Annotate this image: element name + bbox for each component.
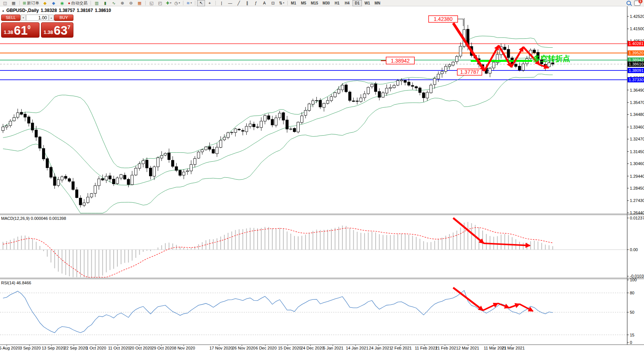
ask-price-big: 63: [54, 25, 67, 36]
arrows-icon: ⇅: [279, 1, 282, 5]
indicator-window-button[interactable]: ◱: [148, 0, 155, 6]
fibonacci-button[interactable]: ƒ: [252, 0, 260, 6]
date-label: 1 Oct 2020: [86, 346, 106, 350]
ask-price-box[interactable]: 1.38 63 7: [41, 22, 73, 38]
arrows-button[interactable]: ⇅▾: [278, 0, 285, 6]
bollinger-bands: [3, 36, 553, 213]
cn-annotation-text[interactable]: 多空转折点: [533, 54, 570, 63]
candlestick-chart-button[interactable]: ▮: [101, 0, 109, 6]
date-label: 24 Dec 2020: [301, 346, 324, 350]
date-label: 25 Aug 2020: [0, 346, 20, 350]
zoom-in-icon: ⊕: [121, 1, 124, 5]
line-chart-button[interactable]: ∿: [110, 0, 118, 6]
buy-button[interactable]: BUY: [54, 15, 73, 21]
bid-price-box[interactable]: 1.38 61 0: [1, 22, 40, 38]
new-chart-button[interactable]: ◫: [1, 0, 9, 6]
horizontal-line-button[interactable]: —: [226, 0, 234, 6]
timeframe-button-M15[interactable]: M15: [309, 0, 320, 6]
trend-line-button[interactable]: ╱: [235, 0, 243, 6]
auto-trading-button[interactable]: ●自动交易: [67, 0, 89, 6]
timeframe-button-MN[interactable]: MN: [373, 0, 382, 6]
search-icon[interactable]: [626, 1, 631, 5]
timeframe-button-H1[interactable]: H1: [332, 0, 342, 6]
timeframe-button-M30[interactable]: M30: [321, 0, 331, 6]
text-icon: A: [263, 1, 266, 5]
indicators-list-button[interactable]: ≋▾: [185, 0, 193, 6]
rsi-label: RSI(14) 46.8466: [1, 281, 31, 285]
history-center-icon: ◆: [43, 1, 46, 5]
rsi-tick-label: 80: [630, 291, 634, 295]
timeframe-button-M1[interactable]: M1: [289, 0, 298, 6]
add-indicator-button[interactable]: ✚▾: [165, 0, 173, 6]
timeframe-button-H4[interactable]: H4: [342, 0, 352, 6]
date-label: 13 Sep 2020: [42, 346, 65, 350]
trend-line-icon: ╱: [237, 1, 240, 5]
zoom-out-button[interactable]: ⊖: [127, 0, 135, 6]
auto-trading-icon: ●: [68, 1, 70, 5]
new-order-button[interactable]: ⊞新订单: [22, 0, 40, 6]
tile-windows-button[interactable]: ▦: [136, 0, 143, 6]
line-chart-icon: ∿: [112, 1, 116, 5]
date-label: 3 Sep 2020: [20, 346, 41, 350]
date-label: 11 Oct 2020: [108, 346, 130, 350]
support-price-label-text: 1.38942: [391, 58, 410, 64]
text-button[interactable]: A: [261, 0, 268, 6]
toolbar-separator: [19, 1, 20, 5]
bar-chart-icon: ▥: [95, 1, 98, 5]
periods-button[interactable]: ◷▾: [173, 0, 181, 6]
bid-price-big: 61: [14, 25, 28, 36]
history-center-button[interactable]: ◆: [41, 0, 49, 6]
signals-button[interactable]: ◉: [58, 0, 66, 6]
rsi-tick-label: 0: [630, 340, 632, 345]
date-label: 6 Dec 2020: [256, 346, 277, 350]
sell-button[interactable]: SELL: [1, 15, 20, 21]
timeframe-group: M1M5M15M30H1H4D1W1MN: [289, 0, 382, 6]
text-label-button[interactable]: ⊡: [269, 0, 277, 6]
cursor-button[interactable]: ↖: [197, 0, 205, 6]
bar-chart-button[interactable]: ▥: [93, 0, 101, 6]
timeframe-button-W1[interactable]: W1: [363, 0, 372, 6]
rsi-trend-arrow[interactable]: [483, 303, 498, 310]
new-order-label: 新订单: [27, 0, 39, 6]
price-badge-1.39520-text: 1.39520: [629, 51, 644, 55]
market-icon: ◆: [52, 1, 55, 5]
rsi-trend-arrow[interactable]: [453, 288, 483, 310]
price-tick-label: 1.41500: [630, 26, 644, 31]
indicator-window-icon: ◱: [149, 1, 153, 5]
market-button[interactable]: ◆: [50, 0, 57, 6]
rsi-tick-label: 50: [630, 310, 634, 314]
equidistant-channel-icon: ∥: [246, 1, 249, 5]
volume-up-button[interactable]: ▲: [49, 15, 54, 21]
ohlc-close: 1.38610: [95, 8, 111, 13]
bid-price-small: 1.38: [4, 29, 13, 35]
rsi-trend-arrow[interactable]: [498, 303, 509, 308]
chat-icon[interactable]: 1: [634, 0, 641, 6]
volume-input[interactable]: [26, 15, 48, 21]
price-tick-label: 1.32470: [630, 137, 644, 141]
rsi-tick-label: 100: [630, 278, 637, 282]
vertical-line-button[interactable]: |: [218, 0, 225, 6]
horizontal-line-icon: —: [228, 1, 232, 5]
chart-symbol: GBPUSD-,Daily: [6, 8, 39, 13]
signals-icon: ◉: [60, 1, 64, 5]
chevron-down-icon: ▾: [283, 1, 284, 4]
cursor-icon: ↖: [199, 1, 203, 5]
date-label: 14 Jan 2021: [346, 346, 369, 350]
zoom-in-button[interactable]: ⊕: [119, 0, 126, 6]
date-label: 2 Feb 2021: [391, 346, 412, 350]
macd-label: MACD(12,26,9) 0.000046 0.001398: [1, 216, 66, 221]
rsi-trend-arrow[interactable]: [509, 304, 520, 308]
low-price-label-text: 1.37787: [460, 69, 479, 75]
rsi-trend-arrow[interactable]: [520, 304, 533, 311]
crosshair-button[interactable]: +: [206, 0, 214, 6]
indicator-window-2-button[interactable]: ◰: [156, 0, 164, 6]
timeframe-button-M5[interactable]: M5: [299, 0, 308, 6]
ohlc-high: 1.38757: [59, 8, 75, 13]
chart-canvas[interactable]: MACD(12,26,9) 0.000046 0.001398RSI(14) 4…: [0, 0, 644, 351]
timeframe-button-D1[interactable]: D1: [353, 0, 362, 6]
volume-down-button[interactable]: ▼: [21, 15, 26, 21]
chart-profiles-button[interactable]: ▦: [10, 0, 18, 6]
ask-price-small: 1.38: [44, 29, 53, 35]
equidistant-channel-button[interactable]: ∥: [243, 0, 251, 6]
price-tick-label: 1.30460: [630, 161, 644, 166]
